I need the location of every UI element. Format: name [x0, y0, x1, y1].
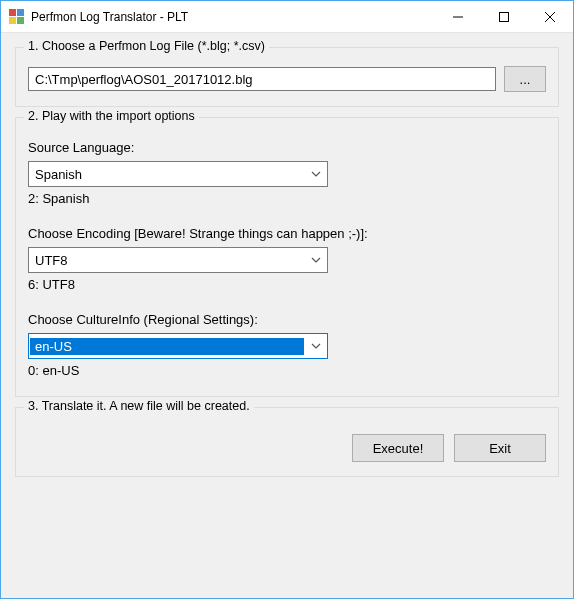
step2-group: 2. Play with the import options Source L…: [15, 117, 559, 397]
titlebar: Perfmon Log Translator - PLT: [1, 1, 573, 33]
encoding-combobox[interactable]: UTF8: [28, 247, 328, 273]
close-button[interactable]: [527, 1, 573, 33]
chevron-down-icon: [305, 248, 327, 272]
client-area: 1. Choose a Perfmon Log File (*.blg; *.c…: [1, 33, 573, 598]
culture-label: Choose CultureInfo (Regional Settings):: [28, 312, 546, 327]
button-row: Execute! Exit: [28, 434, 546, 462]
browse-button[interactable]: ...: [504, 66, 546, 92]
app-icon: [9, 9, 25, 25]
language-label: Source Language:: [28, 140, 546, 155]
step1-group: 1. Choose a Perfmon Log File (*.blg; *.c…: [15, 47, 559, 107]
encoding-label: Choose Encoding [Beware! Strange things …: [28, 226, 546, 241]
encoding-value: UTF8: [29, 253, 305, 268]
language-info: 2: Spanish: [28, 191, 546, 206]
execute-button[interactable]: Execute!: [352, 434, 444, 462]
culture-combobox[interactable]: en-US: [28, 333, 328, 359]
chevron-down-icon: [305, 162, 327, 186]
exit-button[interactable]: Exit: [454, 434, 546, 462]
window-controls: [435, 1, 573, 32]
encoding-info: 6: UTF8: [28, 277, 546, 292]
language-value: Spanish: [29, 167, 305, 182]
svg-rect-1: [500, 13, 509, 22]
window-title: Perfmon Log Translator - PLT: [31, 10, 435, 24]
main-window: Perfmon Log Translator - PLT 1. Choose a…: [0, 0, 574, 599]
file-row: ...: [28, 66, 546, 92]
step3-legend: 3. Translate it. A new file will be crea…: [24, 399, 254, 413]
culture-info: 0: en-US: [28, 363, 546, 378]
language-combobox[interactable]: Spanish: [28, 161, 328, 187]
minimize-button[interactable]: [435, 1, 481, 33]
filepath-input[interactable]: [28, 67, 496, 91]
maximize-button[interactable]: [481, 1, 527, 33]
step3-group: 3. Translate it. A new file will be crea…: [15, 407, 559, 477]
step1-legend: 1. Choose a Perfmon Log File (*.blg; *.c…: [24, 39, 269, 53]
step2-legend: 2. Play with the import options: [24, 109, 199, 123]
chevron-down-icon: [305, 334, 327, 358]
culture-value: en-US: [30, 338, 304, 355]
